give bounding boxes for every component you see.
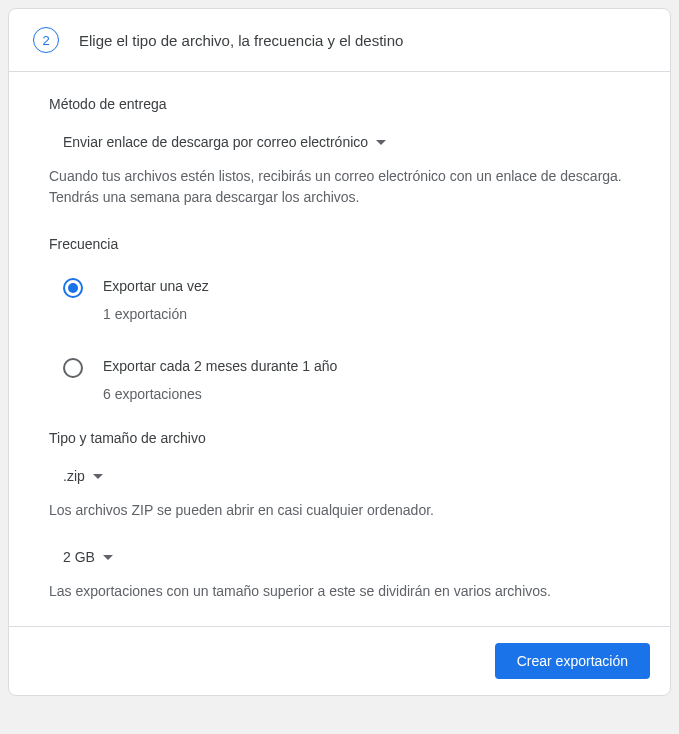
delivery-method-dropdown[interactable]: Enviar enlace de descarga por correo ele…: [49, 130, 630, 154]
step-number-badge: 2: [33, 27, 59, 53]
chevron-down-icon: [93, 474, 103, 479]
export-settings-card: 2 Elige el tipo de archivo, la frecuenci…: [8, 8, 671, 696]
frequency-option-once[interactable]: Exportar una vez 1 exportación: [49, 270, 630, 330]
radio-unchecked-icon: [63, 358, 83, 378]
file-type-help-text: Los archivos ZIP se pueden abrir en casi…: [49, 500, 630, 521]
frequency-option-bimonthly[interactable]: Exportar cada 2 meses durante 1 año 6 ex…: [49, 350, 630, 410]
chevron-down-icon: [376, 140, 386, 145]
frequency-section-title: Frecuencia: [49, 236, 630, 252]
radio-content: Exportar cada 2 meses durante 1 año 6 ex…: [103, 358, 630, 402]
frequency-once-sublabel: 1 exportación: [103, 306, 630, 322]
card-footer: Crear exportación: [9, 626, 670, 695]
create-export-button[interactable]: Crear exportación: [495, 643, 650, 679]
frequency-bimonthly-sublabel: 6 exportaciones: [103, 386, 630, 402]
frequency-bimonthly-label: Exportar cada 2 meses durante 1 año: [103, 358, 630, 374]
delivery-method-value: Enviar enlace de descarga por correo ele…: [63, 134, 368, 150]
step-header: 2 Elige el tipo de archivo, la frecuenci…: [9, 9, 670, 72]
delivery-section-title: Método de entrega: [49, 96, 630, 112]
radio-content: Exportar una vez 1 exportación: [103, 278, 630, 322]
file-type-dropdown[interactable]: .zip: [49, 464, 630, 488]
frequency-once-label: Exportar una vez: [103, 278, 630, 294]
card-body: Método de entrega Enviar enlace de desca…: [9, 72, 670, 626]
chevron-down-icon: [103, 555, 113, 560]
step-title: Elige el tipo de archivo, la frecuencia …: [79, 32, 403, 49]
file-size-help-text: Las exportaciones con un tamaño superior…: [49, 581, 630, 602]
file-size-value: 2 GB: [63, 549, 95, 565]
file-type-value: .zip: [63, 468, 85, 484]
delivery-help-text: Cuando tus archivos estén listos, recibi…: [49, 166, 630, 208]
filetype-section-title: Tipo y tamaño de archivo: [49, 430, 630, 446]
radio-checked-icon: [63, 278, 83, 298]
file-size-dropdown[interactable]: 2 GB: [49, 545, 630, 569]
